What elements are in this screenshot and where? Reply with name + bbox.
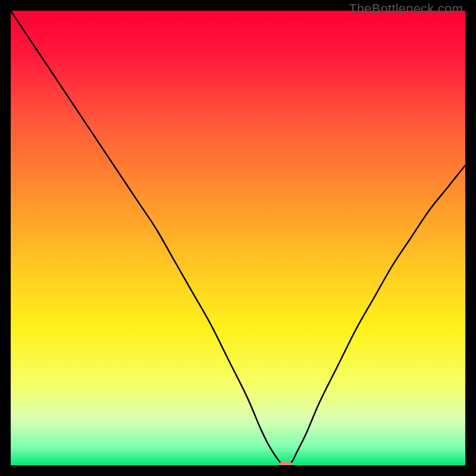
optimal-point-marker <box>280 461 292 465</box>
gradient-background <box>11 11 465 465</box>
watermark-text: TheBottleneck.com <box>349 1 463 17</box>
chart-frame <box>11 11 465 465</box>
bottleneck-plot <box>11 11 465 465</box>
